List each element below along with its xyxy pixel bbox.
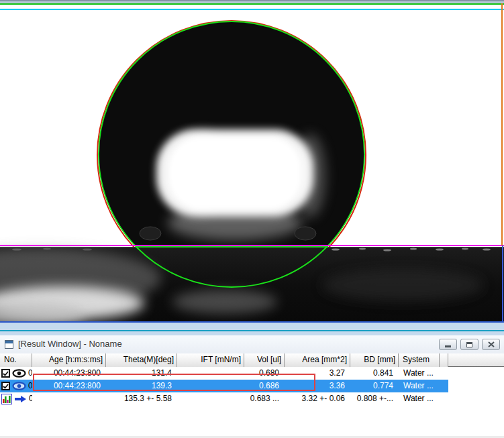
cell-area: 3.36	[285, 380, 350, 392]
table-header-row: No. Age [h:m:s:ms] Theta(M)[deg] IFT [mN…	[0, 353, 504, 367]
cell-bd: 0.808 +-...	[350, 392, 399, 405]
column-header-ift[interactable]: IFT [mN/m]	[177, 353, 244, 367]
drop-image-view	[0, 0, 504, 323]
cell-system: Water ...	[399, 380, 440, 392]
drop-image-svg	[0, 0, 504, 323]
table-row[interactable]: 0... 00:44:23:800 131.4 0.680 3.27 0.841…	[0, 367, 448, 380]
cyan-marker-line	[0, 9, 504, 10]
result-window-titlebar[interactable]: [Result Window] - Noname	[0, 335, 504, 354]
minimize-icon	[445, 345, 451, 347]
cell-ift	[177, 367, 244, 380]
top-edge-light	[0, 1, 504, 3]
gap-teal-line	[0, 330, 504, 331]
top-edge-dark	[0, 0, 504, 1]
cell-vol: 0.686	[244, 380, 285, 392]
cell-system: Water ...	[399, 392, 440, 405]
column-header-area[interactable]: Area [mm*2]	[285, 353, 350, 367]
arrow-right-icon	[14, 395, 27, 403]
cell-age	[32, 392, 106, 405]
cell-theta: 131.4	[106, 367, 177, 380]
close-icon	[488, 341, 495, 347]
result-window-title: [Result Window] - Noname	[18, 339, 122, 349]
page-bottom-border	[0, 437, 504, 437]
restore-button[interactable]	[460, 339, 478, 350]
cell-bd: 0.774	[350, 380, 399, 392]
cell-ift	[177, 392, 244, 405]
substrate	[0, 247, 504, 323]
column-header-no[interactable]: No.	[0, 353, 32, 367]
cell-theta: 135.3 +- 5.58	[106, 392, 177, 405]
table-row-selected[interactable]: 0... 00:44:23:800 139.3 0.686 3.36 0.774…	[0, 380, 448, 392]
check-icon	[3, 371, 9, 376]
cell-vol: 0.680	[244, 367, 285, 380]
baseline-magenta	[0, 245, 504, 246]
chord-green	[136, 246, 328, 248]
roi-right-orange-line	[501, 3, 503, 245]
restore-icon	[466, 342, 472, 347]
cell-age: 00:44:23:800	[32, 380, 106, 392]
window-gap-strip	[0, 323, 504, 335]
cell-vol: 0.683 ...	[244, 392, 285, 405]
cell-system: Water ...	[399, 367, 440, 380]
eye-icon-blue	[12, 382, 26, 390]
column-header-theta[interactable]: Theta(M)[deg]	[106, 353, 177, 367]
cell-ift	[177, 380, 244, 392]
result-window-icon	[5, 340, 13, 349]
column-header-system[interactable]: System	[399, 353, 440, 367]
roi-right-blue-line	[502, 245, 503, 321]
check-icon	[3, 384, 9, 389]
cell-area: 3.27	[285, 367, 350, 380]
column-header-age[interactable]: Age [h:m:s:ms]	[32, 353, 106, 367]
minimize-button[interactable]	[439, 339, 457, 350]
row-checkbox-checked[interactable]	[1, 382, 10, 390]
column-header-vol[interactable]: Vol [ul]	[244, 353, 285, 367]
cell-age: 00:44:23:800	[32, 367, 106, 380]
row-checkbox-checked[interactable]	[1, 369, 10, 378]
top-green-line	[0, 3, 504, 5]
cell-area: 3.32 +- 0.06	[285, 392, 350, 405]
histogram-icon	[1, 394, 12, 404]
column-header-empty[interactable]	[440, 353, 448, 367]
result-table-body: 0... 00:44:23:800 131.4 0.680 3.27 0.841…	[0, 367, 504, 405]
result-window: [Result Window] - Noname No. Age [h:m:s:…	[0, 335, 504, 438]
cell-bd: 0.841	[350, 367, 399, 380]
eye-icon-black	[12, 369, 26, 378]
close-button[interactable]	[482, 339, 500, 350]
column-header-bd[interactable]: BD [mm]	[350, 353, 399, 367]
table-row-stats[interactable]: 0... 135.3 +- 5.58 0.683 ... 3.32 +- 0.0…	[0, 392, 448, 405]
cell-theta: 139.3	[106, 380, 177, 392]
